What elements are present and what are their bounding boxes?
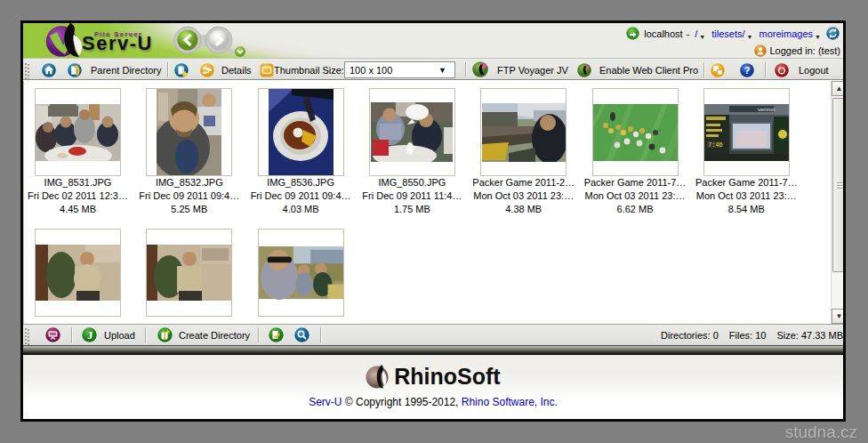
svg-text:7:46: 7:46 (708, 141, 723, 149)
svg-text:?: ? (744, 65, 751, 76)
svg-text:J: J (87, 328, 93, 342)
svg-text:verizon: verizon (758, 107, 775, 112)
